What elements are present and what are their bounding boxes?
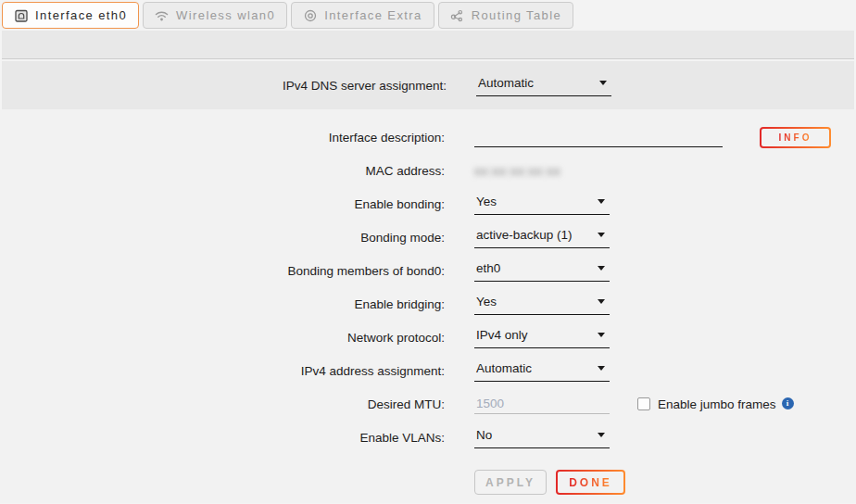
description-label: Interface description: (0, 131, 474, 145)
chevron-down-icon (598, 433, 605, 437)
select-value: Yes (476, 195, 497, 208)
select-value: IPv4 only (476, 328, 528, 342)
tab-bar: Interface eth0 Wireless wlan0 Interface … (0, 0, 856, 31)
tab-interface-eth0[interactable]: Interface eth0 (2, 2, 139, 29)
ethernet-port-icon (14, 8, 28, 22)
ipv4-assignment-select[interactable]: Automatic (474, 359, 610, 382)
info-button[interactable]: INFO (760, 127, 831, 148)
enable-vlans-label: Enable VLANs: (0, 431, 474, 445)
dns-assignment-select[interactable]: Automatic (476, 74, 611, 96)
target-circle-icon (303, 8, 317, 22)
bonding-mode-label: Bonding mode: (0, 231, 474, 245)
network-protocol-row: Network protocol: IPv4 only (0, 321, 856, 354)
enable-bridging-label: Enable bridging: (0, 297, 474, 311)
chevron-down-icon (598, 299, 605, 304)
enable-bonding-select[interactable]: Yes (474, 193, 610, 215)
bonding-members-select[interactable]: eth0 (474, 259, 610, 282)
chevron-down-icon (598, 333, 605, 337)
select-value: Automatic (476, 361, 532, 375)
jumbo-frames-label: Enable jumbo frames (658, 397, 776, 411)
desired-mtu-row: Desired MTU: Enable jumbo frames i (0, 387, 856, 421)
chevron-down-icon (598, 366, 605, 371)
tab-label: Interface eth0 (35, 8, 127, 22)
bonding-members-label: Bonding members of bond0: (0, 264, 474, 278)
enable-bridging-row: Enable bridging: Yes (0, 287, 856, 321)
chevron-down-icon (599, 81, 607, 85)
enable-bridging-select[interactable]: Yes (474, 293, 610, 315)
action-buttons-row: APPLY DONE (474, 470, 856, 495)
select-value: eth0 (476, 261, 500, 275)
chevron-down-icon (598, 266, 605, 271)
jumbo-frames-checkbox[interactable] (637, 397, 650, 410)
bonding-members-row: Bonding members of bond0: eth0 (0, 254, 856, 287)
tab-label: Interface Extra (324, 8, 422, 22)
dns-section: IPv4 DNS server assignment: Automatic (2, 61, 854, 109)
wifi-icon (155, 8, 169, 22)
mac-address-label: MAC address: (0, 164, 474, 178)
dns-assignment-label: IPv4 DNS server assignment: (2, 79, 476, 93)
tab-routing-table[interactable]: Routing Table (438, 2, 573, 29)
tab-interface-extra[interactable]: Interface Extra (291, 2, 434, 29)
select-value: Yes (476, 295, 497, 309)
ipv4-assignment-row: IPv4 address assignment: Automatic (0, 354, 856, 387)
network-settings-page: Interface eth0 Wireless wlan0 Interface … (0, 0, 856, 504)
enable-vlans-row: Enable VLANs: No (0, 421, 856, 454)
description-row: Interface description: INFO (0, 120, 856, 154)
select-value: active-backup (1) (476, 228, 573, 242)
network-protocol-select[interactable]: IPv4 only (474, 326, 610, 348)
apply-button[interactable]: APPLY (474, 470, 547, 495)
enable-bonding-row: Enable bonding: Yes (0, 187, 856, 220)
desired-mtu-input[interactable] (474, 394, 610, 414)
share-nodes-icon (450, 8, 464, 22)
tab-label: Routing Table (472, 8, 561, 22)
description-input[interactable] (474, 127, 723, 147)
mac-address-redacted-value: xx:xx:xx:xx:xx (474, 164, 560, 178)
ipv4-assignment-label: IPv4 address assignment: (0, 364, 474, 378)
enable-bonding-label: Enable bonding: (0, 197, 474, 211)
done-button[interactable]: DONE (556, 470, 625, 495)
select-value: Automatic (478, 76, 534, 90)
network-protocol-label: Network protocol: (0, 331, 474, 345)
toolbar-strip (2, 31, 854, 59)
tab-wireless-wlan0[interactable]: Wireless wlan0 (143, 2, 287, 29)
tab-label: Wireless wlan0 (176, 8, 275, 22)
chevron-down-icon (598, 199, 605, 204)
mac-address-row: MAC address: xx:xx:xx:xx:xx (0, 154, 856, 187)
enable-vlans-select[interactable]: No (474, 426, 610, 448)
interface-settings-form: Interface description: INFO MAC address:… (0, 109, 856, 503)
chevron-down-icon (598, 233, 605, 237)
jumbo-info-icon[interactable]: i (782, 397, 794, 410)
desired-mtu-label: Desired MTU: (0, 397, 474, 411)
bonding-mode-select[interactable]: active-backup (1) (474, 226, 610, 248)
dns-assignment-row: IPv4 DNS server assignment: Automatic (2, 69, 854, 102)
bonding-mode-row: Bonding mode: active-backup (1) (0, 220, 856, 254)
select-value: No (476, 428, 492, 442)
jumbo-frames-group: Enable jumbo frames i (637, 397, 794, 411)
